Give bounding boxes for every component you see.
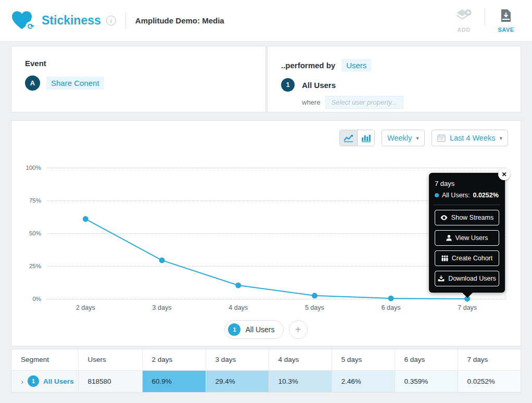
stickiness-heart-logo: ⟳ [11,11,33,31]
cell-6days[interactable]: 0.359% [395,370,458,392]
eye-icon [440,215,448,220]
cell-4days[interactable]: 10.3% [269,370,332,392]
col-5days[interactable]: 5 days [332,349,395,370]
calendar-icon [437,134,446,142]
interval-value: Weekly [387,134,412,142]
bar-chart-icon [362,134,371,142]
user-type-selector[interactable]: Users [341,59,371,72]
segment-name: All Users [302,81,336,90]
create-cohort-button[interactable]: Create Cohort [435,250,499,266]
col-4days[interactable]: 4 days [269,349,332,370]
layers-add-icon [456,9,472,22]
where-label: where [302,98,320,106]
show-streams-button[interactable]: Show Streams [435,210,499,225]
tooltip-divider [434,205,500,205]
view-users-label: View Users [455,234,488,242]
close-icon[interactable]: ✕ [498,168,510,180]
daterange-value: Last 4 Weeks [450,134,496,142]
x-label-2days: 2 days [47,304,124,311]
event-panel-title: Event [25,59,252,68]
cell-2days[interactable]: 60.9% [142,370,206,392]
top-bar: ⟳ Stickiness i Amplitude Demo: Media ADD… [0,0,532,42]
user-icon [446,235,452,241]
info-icon[interactable]: i [106,16,116,26]
download-users-label: Download Users [448,275,496,282]
bar-chart-toggle[interactable] [357,130,374,146]
col-7days[interactable]: 7 days [458,349,521,370]
series-color-dot [435,193,439,197]
data-point[interactable] [83,216,88,222]
create-cohort-label: Create Cohort [452,255,493,262]
col-segment[interactable]: Segment [11,349,78,370]
legend-row: 1 All Users + [11,320,521,339]
cell-5days[interactable]: 2.46% [332,370,395,392]
results-table: Segment Users 2 days 3 days 4 days 5 day… [11,349,521,393]
table-header-row: Segment Users 2 days 3 days 4 days 5 day… [11,349,521,370]
chevron-down-icon: ▾ [499,135,502,142]
project-name: Amplitude Demo: Media [135,16,224,25]
daterange-dropdown[interactable]: Last 4 Weeks ▾ [432,130,508,146]
save-button[interactable]: SAVE [491,9,521,33]
col-3days[interactable]: 3 days [206,349,269,370]
col-users[interactable]: Users [78,349,142,370]
segment-badge: 1 [281,78,295,92]
add-label: ADD [457,27,470,33]
add-button[interactable]: ADD [449,9,478,33]
data-point[interactable] [159,257,165,263]
actions-divider [485,8,485,26]
user-property-input[interactable]: Select user property... [325,96,403,109]
tooltip-title: 7 days [435,180,499,187]
download-icon [438,275,445,282]
x-label-6days: 6 days [353,304,429,311]
tooltip-series-label: All Users: [442,192,470,199]
chart-type-toggle [339,130,375,146]
event-badge: A [25,75,40,91]
line-chart-icon [344,134,353,142]
event-selector[interactable]: Share Conent [46,77,104,90]
legend-all-users[interactable]: 1 All Users [224,320,283,339]
query-builder: Event A Share Conent ..performed by User… [11,46,521,112]
datapoint-tooltip: ✕ 7 days All Users: 0.0252% Show Streams… [429,173,505,293]
save-file-icon [500,9,512,22]
x-label-5days: 5 days [276,304,353,311]
save-label: SAVE [498,27,514,33]
refresh-icon: ⟳ [26,21,36,32]
line-chart-toggle[interactable] [340,130,357,146]
data-point[interactable] [235,283,241,288]
legend-badge: 1 [228,323,240,336]
y-tick-50: 50% [17,230,41,236]
cell-3days[interactable]: 29.4% [206,370,269,392]
row-segment-link[interactable]: All Users [43,377,74,385]
expand-row-icon[interactable]: › [21,377,23,386]
view-users-button[interactable]: View Users [435,230,499,246]
x-label-7days: 7 days [429,304,505,311]
y-tick-75: 75% [17,197,41,204]
tooltip-value: 0.0252% [473,192,498,199]
chevron-down-icon: ▾ [416,135,419,142]
show-streams-label: Show Streams [451,214,493,221]
x-label-3days: 3 days [124,304,200,311]
y-tick-0: 0% [17,296,41,302]
row-badge: 1 [28,375,39,387]
cell-users: 818580 [78,370,142,392]
page-title: Stickiness [42,14,101,28]
cohort-icon [441,255,448,261]
download-users-button[interactable]: Download Users [435,271,499,286]
interval-dropdown[interactable]: Weekly ▾ [382,130,425,146]
legend-label: All Users [245,325,274,334]
col-2days[interactable]: 2 days [142,349,206,370]
y-tick-100: 100% [17,165,41,171]
data-point[interactable] [312,293,318,298]
performed-by-title: ..performed by [281,61,335,70]
add-segment-button[interactable]: + [289,320,308,339]
chart-panel: Weekly ▾ Last 4 Weeks ▾ 100% 75% 50% 25%… [11,120,521,346]
x-label-4days: 4 days [200,304,276,311]
cell-7days[interactable]: 0.0252% [458,370,521,392]
event-panel: Event A Share Conent [11,46,266,112]
data-point[interactable] [388,296,394,301]
header-divider [125,13,126,29]
table-row: › 1 All Users 818580 60.9% 29.4% 10.3% 2… [11,370,521,392]
col-6days[interactable]: 6 days [395,349,458,370]
tooltip-arrow [462,292,473,298]
performed-by-panel: ..performed by Users 1 All Users where S… [267,46,521,112]
